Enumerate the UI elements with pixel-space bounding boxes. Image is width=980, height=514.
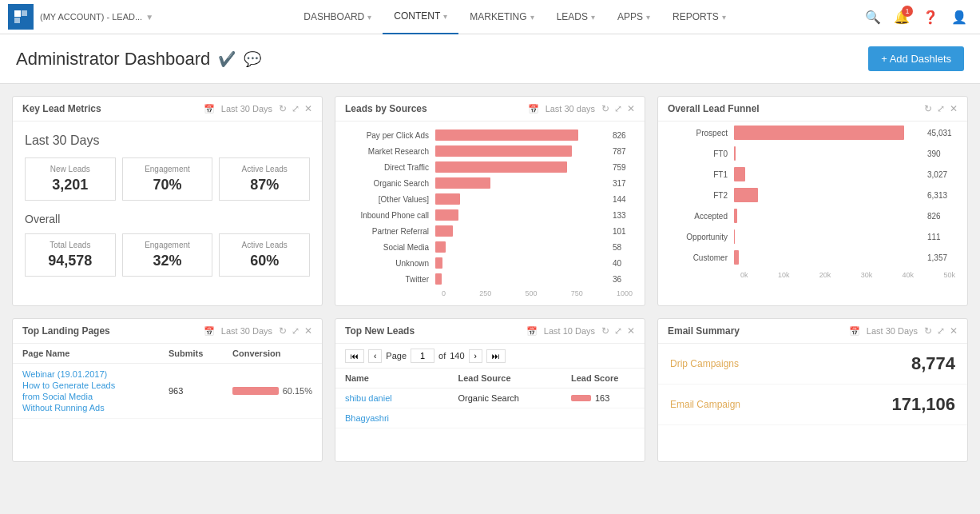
nav-account[interactable]: (MY ACCOUNT) - LEAD... ▼ bbox=[40, 12, 153, 22]
expand-icon[interactable]: ⤢ bbox=[292, 103, 300, 114]
refresh-icon[interactable]: ↻ bbox=[601, 325, 609, 337]
funnel-row: Prospect 45,031 bbox=[670, 126, 955, 140]
email-row-campaign: Email Campaign 171,106 bbox=[658, 385, 967, 425]
bar-fill bbox=[435, 209, 458, 221]
bar-label: Unknown bbox=[347, 259, 435, 268]
total-leads-label: Total Leads bbox=[32, 241, 109, 249]
funnel-bar bbox=[734, 250, 739, 265]
card-action-icons: ↻ ⤢ ✕ bbox=[924, 325, 958, 337]
engagement-value: 70% bbox=[129, 177, 206, 193]
last-page-button[interactable]: ⏭ bbox=[486, 349, 506, 363]
close-icon[interactable]: ✕ bbox=[627, 103, 635, 114]
chat-icon[interactable]: 💬 bbox=[244, 50, 261, 68]
nav-marketing[interactable]: MARKETING▾ bbox=[458, 0, 545, 34]
page-total: 140 bbox=[450, 351, 464, 361]
top-new-leads-card: Top New Leads 📅 Last 10 Days ↻ ⤢ ✕ ⏮ ‹ P… bbox=[335, 318, 645, 462]
bar-container bbox=[435, 145, 609, 157]
bar-row: [Other Values] 144 bbox=[347, 193, 633, 205]
first-page-button[interactable]: ⏮ bbox=[345, 349, 364, 363]
refresh-icon[interactable]: ↻ bbox=[924, 325, 932, 337]
conversion-value: 60.15% bbox=[283, 386, 312, 396]
account-chevron-icon: ▼ bbox=[145, 13, 153, 22]
close-icon[interactable]: ✕ bbox=[627, 325, 635, 337]
bar-row: Partner Referral 101 bbox=[347, 225, 633, 237]
page-of: of bbox=[438, 351, 446, 361]
email-summary-controls: 📅 Last 30 Days ↻ ⤢ ✕ bbox=[849, 325, 958, 337]
account-button[interactable]: 👤 bbox=[946, 4, 972, 30]
bar-label: [Other Values] bbox=[347, 195, 435, 204]
metrics-grid-top: New Leads 3,201 Engagement 70% Active Le… bbox=[25, 157, 310, 201]
add-dashlets-button[interactable]: + Add Dashlets bbox=[868, 46, 964, 71]
close-icon[interactable]: ✕ bbox=[304, 325, 312, 337]
funnel-axis: 0k10k20k30k40k50k bbox=[670, 271, 955, 279]
page-link[interactable]: Webinar (19.01.2017)How to Generate Lead… bbox=[22, 369, 115, 412]
bar-container bbox=[435, 273, 609, 285]
col-submits: Submits bbox=[169, 349, 232, 358]
leads-table-header: Name Lead Source Lead Score bbox=[335, 369, 645, 388]
nav-content[interactable]: CONTENT▾ bbox=[383, 0, 458, 34]
funnel-value: 826 bbox=[923, 212, 955, 221]
prev-page-button[interactable]: ‹ bbox=[368, 349, 382, 363]
total-leads-value: 94,578 bbox=[32, 253, 109, 269]
funnel-value: 390 bbox=[923, 149, 955, 158]
bar-value: 133 bbox=[609, 211, 633, 220]
card-action-icons: ↻ ⤢ ✕ bbox=[601, 103, 635, 114]
pagination: ⏮ ‹ Page of 140 › ⏭ bbox=[335, 344, 645, 369]
funnel-row: FT1 3,027 bbox=[670, 167, 955, 181]
top-landing-pages-card: Top Landing Pages 📅 Last 30 Days ↻ ⤢ ✕ P… bbox=[12, 318, 323, 462]
expand-icon[interactable]: ⤢ bbox=[614, 103, 622, 114]
refresh-icon[interactable]: ↻ bbox=[601, 103, 609, 114]
bar-value: 317 bbox=[609, 179, 633, 188]
active-leads-label: Active Leads bbox=[226, 165, 303, 173]
expand-icon[interactable]: ⤢ bbox=[937, 325, 945, 337]
key-lead-metrics-card: Key Lead Metrics 📅 Last 30 Days ↻ ⤢ ✕ La… bbox=[12, 96, 323, 306]
help-button[interactable]: ❓ bbox=[918, 4, 943, 30]
svg-rect-0 bbox=[14, 10, 21, 17]
funnel-label: Accepted bbox=[670, 212, 734, 221]
search-button[interactable]: 🔍 bbox=[860, 4, 886, 30]
email-summary-card: Email Summary 📅 Last 30 Days ↻ ⤢ ✕ Drip … bbox=[657, 318, 968, 462]
nav-leads[interactable]: LEADS▾ bbox=[546, 0, 606, 34]
page-input[interactable] bbox=[411, 349, 434, 363]
next-page-button[interactable]: › bbox=[469, 349, 482, 363]
drip-campaigns-value: 8,774 bbox=[911, 353, 955, 374]
top-nav: (MY ACCOUNT) - LEAD... ▼ DASHBOARD▾ CONT… bbox=[0, 0, 980, 34]
lead-name[interactable]: Bhagyashri bbox=[345, 413, 458, 423]
refresh-icon[interactable]: ↻ bbox=[924, 103, 932, 114]
total-leads-metric: Total Leads 94,578 bbox=[25, 233, 116, 277]
bar-container bbox=[435, 257, 609, 269]
bar-row: Inbound Phone call 133 bbox=[347, 209, 633, 221]
funnel-row: Customer 1,357 bbox=[670, 250, 955, 265]
close-icon[interactable]: ✕ bbox=[304, 103, 312, 114]
bar-row: Twitter 36 bbox=[347, 273, 633, 285]
funnel-bar bbox=[734, 126, 904, 140]
key-lead-metrics-body: Last 30 Days New Leads 3,201 Engagement … bbox=[13, 122, 322, 301]
bar-fill bbox=[435, 177, 490, 189]
nav-dashboard[interactable]: DASHBOARD▾ bbox=[292, 0, 383, 34]
bar-container bbox=[435, 209, 609, 221]
bar-row: Social Media 58 bbox=[347, 241, 633, 253]
close-icon[interactable]: ✕ bbox=[950, 325, 958, 337]
notifications-button[interactable]: 🔔 1 bbox=[889, 4, 915, 30]
funnel-value: 1,357 bbox=[923, 253, 955, 262]
close-icon[interactable]: ✕ bbox=[950, 103, 958, 114]
top-new-leads-title: Top New Leads bbox=[345, 325, 415, 337]
expand-icon[interactable]: ⤢ bbox=[292, 325, 300, 337]
landing-pages-table-header: Page Name Submits Conversion bbox=[13, 344, 322, 364]
expand-icon[interactable]: ⤢ bbox=[937, 103, 945, 114]
bar-label: Twitter bbox=[347, 275, 435, 284]
overall-active-metric: Active Leads 60% bbox=[219, 233, 310, 277]
funnel-bar bbox=[734, 146, 736, 161]
nav-reports[interactable]: REPORTS▾ bbox=[661, 0, 737, 34]
refresh-icon[interactable]: ↻ bbox=[279, 103, 287, 114]
leads-by-sources-date: Last 30 days bbox=[546, 104, 595, 114]
nav-apps[interactable]: APPS▾ bbox=[606, 0, 661, 34]
overall-section-title: Overall bbox=[25, 213, 310, 225]
lead-name[interactable]: shibu daniel bbox=[345, 393, 458, 403]
card-action-icons: ↻ ⤢ ✕ bbox=[924, 103, 958, 114]
add-dashlets-label: + Add Dashlets bbox=[881, 53, 951, 65]
funnel-bar-container bbox=[734, 146, 923, 161]
expand-icon[interactable]: ⤢ bbox=[614, 325, 622, 337]
metrics-grid-overall: Total Leads 94,578 Engagement 32% Active… bbox=[25, 233, 310, 277]
refresh-icon[interactable]: ↻ bbox=[279, 325, 287, 337]
